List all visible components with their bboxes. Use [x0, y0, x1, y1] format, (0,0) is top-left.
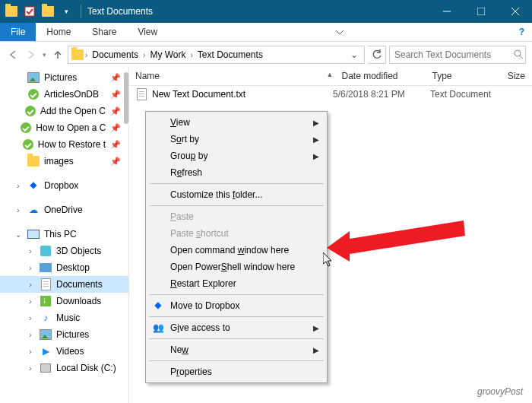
ctx-open-cmd[interactable]: Open command window here: [147, 242, 325, 259]
submenu-icon: ▶: [313, 135, 319, 144]
nav-quick-item[interactable]: ›How to Open a C📌: [0, 119, 128, 136]
nav-item-label: Pictures: [44, 72, 77, 83]
nav-item-label: Videos: [56, 346, 84, 357]
ctx-refresh[interactable]: Refresh: [147, 164, 325, 181]
search-input[interactable]: [394, 49, 508, 60]
crumb-textdocuments[interactable]: Text Documents: [195, 49, 266, 60]
nav-pc-item[interactable]: ›3D Objects: [0, 243, 128, 259]
file-name: New Text Document.txt: [152, 89, 245, 100]
nav-pc-item[interactable]: ›Local Disk (C:): [0, 360, 128, 376]
back-button[interactable]: [6, 48, 20, 62]
search-box[interactable]: [389, 46, 526, 64]
svg-line-6: [520, 56, 523, 59]
nav-pc-item[interactable]: ›Downloads: [0, 293, 128, 309]
nav-item-label: Add the Open C: [40, 106, 106, 116]
chevron-right-icon[interactable]: ›: [143, 51, 145, 59]
nav-quick-item[interactable]: ›images📌: [0, 153, 128, 170]
ctx-properties[interactable]: Properties: [147, 363, 325, 380]
up-button[interactable]: [51, 48, 65, 62]
ctx-sort[interactable]: Sort by▶: [147, 131, 325, 148]
onedrive-icon: ☁: [27, 204, 40, 216]
ctx-paste: Paste: [147, 208, 325, 225]
svg-point-5: [515, 50, 521, 56]
nav-pc-item[interactable]: ›Documents: [0, 276, 128, 293]
nav-quick-item[interactable]: ›How to Restore t📌: [0, 136, 128, 153]
forward-button[interactable]: [24, 48, 38, 62]
col-size[interactable]: Size: [502, 68, 532, 85]
breadcrumb-dropdown-icon[interactable]: ⌄: [347, 49, 361, 60]
col-type[interactable]: Type: [426, 68, 501, 85]
col-name[interactable]: Name: [129, 68, 325, 85]
doc-icon: [40, 278, 52, 290]
ctx-customize[interactable]: Customize this folder...: [147, 186, 325, 203]
nav-thispc[interactable]: ⌄This PC: [0, 226, 128, 243]
nav-pc-item[interactable]: ›Desktop: [0, 259, 128, 276]
tab-view[interactable]: View: [127, 23, 168, 41]
nav-onedrive[interactable]: ›☁OneDrive: [0, 202, 128, 218]
ribbon-expand-icon[interactable]: [328, 23, 351, 41]
nav-pc-item[interactable]: ›▶Videos: [0, 343, 128, 360]
ribbon: File Home Share View ?: [0, 23, 532, 42]
close-button[interactable]: [498, 0, 532, 23]
window-title: Text Documents: [84, 6, 429, 17]
svg-rect-2: [477, 8, 485, 15]
ctx-restart-explorer[interactable]: Restart Explorer: [147, 275, 325, 292]
ctx-new[interactable]: New▶: [147, 341, 325, 358]
breadcrumb[interactable]: › Documents › My Work › Text Documents ⌄: [68, 46, 365, 64]
nav-pc-item[interactable]: ›Pictures: [0, 326, 128, 343]
col-date[interactable]: Date modified: [336, 68, 426, 85]
ctx-paste-shortcut: Paste shortcut: [147, 225, 325, 242]
minimize-button[interactable]: [429, 0, 464, 23]
pin-icon: 📌: [110, 123, 121, 133]
dropbox-icon: ⯁: [27, 179, 40, 192]
nav-quick-item[interactable]: ›Pictures📌: [0, 69, 128, 86]
vid-icon: ▶: [40, 345, 52, 357]
ctx-view[interactable]: View▶: [147, 114, 325, 131]
file-tab[interactable]: File: [0, 23, 36, 41]
chevron-right-icon[interactable]: ›: [191, 51, 193, 59]
maximize-button[interactable]: [464, 0, 498, 23]
pin-icon: 📌: [110, 73, 121, 83]
help-icon[interactable]: ?: [511, 23, 532, 41]
nav-item-label: Pictures: [56, 329, 89, 340]
ctx-group[interactable]: Group by▶: [147, 148, 325, 164]
nav-dropbox[interactable]: ›⯁Dropbox: [0, 177, 128, 194]
navbar: ▾ › Documents › My Work › Text Documents…: [0, 42, 532, 68]
watermark: groovyPost: [477, 381, 523, 398]
crumb-mywork[interactable]: My Work: [147, 49, 188, 60]
nav-item-label: ArticlesOnDB: [44, 89, 99, 100]
green-icon: [25, 105, 36, 117]
tab-home[interactable]: Home: [36, 23, 81, 41]
pin-icon: 📌: [110, 90, 121, 100]
refresh-button[interactable]: [368, 46, 386, 64]
ctx-give-access[interactable]: 👥Give access to▶: [147, 319, 325, 336]
nav-quick-item[interactable]: ›Add the Open C📌: [0, 103, 128, 119]
qat-customize-icon[interactable]: ▾: [58, 3, 74, 20]
properties-qat-icon[interactable]: [21, 3, 38, 20]
chevron-right-icon[interactable]: ›: [85, 51, 87, 59]
pc-icon: [27, 228, 40, 240]
search-icon[interactable]: [513, 49, 524, 62]
recent-button[interactable]: ▾: [43, 51, 46, 59]
tab-share[interactable]: Share: [81, 23, 127, 41]
svg-rect-0: [25, 7, 34, 16]
new-folder-qat-icon[interactable]: [40, 3, 56, 20]
ctx-open-powershell[interactable]: Open PowerShell window here: [147, 259, 325, 275]
nav-pc-item[interactable]: ›♪Music: [0, 309, 128, 326]
nav-item-label: Desktop: [56, 262, 90, 273]
navigation-pane: ›Pictures📌›ArticlesOnDB📌›Add the Open C📌…: [0, 68, 129, 403]
submenu-icon: ▶: [313, 119, 319, 127]
pin-icon: 📌: [110, 140, 121, 150]
text-file-icon: [135, 88, 147, 100]
file-date: 5/6/2018 8:21 PM: [333, 89, 424, 100]
ctx-move-to-dropbox[interactable]: ⯁Move to Dropbox: [147, 297, 325, 314]
desk-icon: [40, 262, 52, 274]
nav-quick-item[interactable]: ›ArticlesOnDB📌: [0, 86, 128, 103]
pic-icon: [40, 328, 52, 341]
crumb-documents[interactable]: Documents: [89, 49, 141, 60]
nav-item-label: images: [44, 156, 74, 167]
nav-item-label: Music: [56, 313, 80, 323]
cursor-icon: [323, 252, 334, 270]
submenu-icon: ▶: [313, 346, 319, 354]
file-row[interactable]: New Text Document.txt5/6/2018 8:21 PMTex…: [129, 86, 532, 103]
